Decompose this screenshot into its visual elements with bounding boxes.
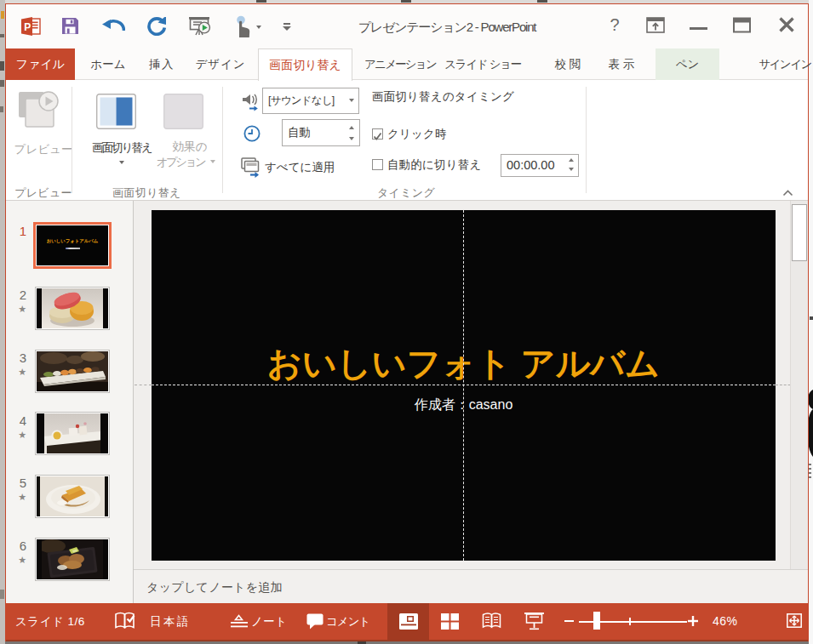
slide-number: 3 bbox=[9, 350, 26, 365]
background-text-fragment bbox=[0, 590, 4, 599]
effect-options-icon bbox=[163, 94, 203, 129]
transition-gallery-label[interactable]: 画面切り替え bbox=[79, 140, 164, 156]
auto-after-time-spinner[interactable]: 00:00.00 bbox=[501, 154, 579, 177]
duration-spinner[interactable]: 自動 bbox=[282, 119, 360, 146]
transition-group-label: 画面切り替え bbox=[98, 185, 196, 201]
zoom-slider-center-tick bbox=[629, 618, 631, 625]
slide-thumbnail-3[interactable] bbox=[35, 350, 110, 393]
tab-animations[interactable]: アニメーション bbox=[358, 48, 443, 79]
zoom-out-button[interactable] bbox=[564, 620, 574, 622]
zoom-slider-thumb[interactable] bbox=[593, 612, 600, 630]
signin-link[interactable]: サインイン bbox=[752, 48, 813, 79]
zoom-in-button[interactable] bbox=[688, 616, 698, 626]
background-text-fragment bbox=[0, 106, 3, 112]
reading-view-button[interactable] bbox=[471, 603, 512, 640]
normal-view-button[interactable] bbox=[387, 603, 429, 640]
notes-button[interactable]: ノート bbox=[251, 603, 288, 640]
tab-transitions[interactable]: 画面切り替え bbox=[258, 48, 352, 81]
sound-select[interactable]: [サウンドなし] bbox=[262, 88, 359, 114]
background-text-fragment bbox=[401, 0, 411, 3]
slide-number: 6 bbox=[9, 539, 26, 553]
spellcheck-icon[interactable] bbox=[114, 612, 137, 631]
effect-options-dropdown-arrow[interactable] bbox=[210, 160, 215, 163]
tab-file[interactable]: ファイル bbox=[6, 48, 75, 80]
screen: P bbox=[0, 0, 813, 644]
background-text-fragment bbox=[0, 34, 4, 37]
tab-home[interactable]: ホーム bbox=[83, 48, 134, 79]
duration-clock-icon bbox=[243, 125, 261, 142]
comments-icon[interactable] bbox=[306, 613, 324, 630]
preview-button-label[interactable]: プレビュー bbox=[9, 142, 78, 157]
effect-options-label-line2[interactable]: オプション bbox=[146, 155, 215, 170]
on-click-checkbox[interactable] bbox=[372, 128, 383, 140]
language-indicator[interactable]: 日本語 bbox=[150, 603, 191, 640]
fit-to-window-button[interactable] bbox=[787, 613, 802, 628]
tab-design[interactable]: デザイン bbox=[191, 48, 250, 79]
tab-view[interactable]: 表示 bbox=[596, 48, 647, 79]
comments-button[interactable]: コメント bbox=[326, 603, 369, 640]
tab-insert[interactable]: 挿入 bbox=[136, 48, 187, 79]
ribbon-display-options-button[interactable] bbox=[646, 17, 665, 33]
help-button[interactable]: ? bbox=[605, 15, 624, 35]
transition-star-indicator: ★ bbox=[9, 367, 26, 378]
slide-sorter-view-button[interactable] bbox=[429, 603, 471, 640]
on-click-label[interactable]: クリック時 bbox=[387, 127, 447, 142]
slide-thumbnail-5[interactable] bbox=[35, 475, 110, 518]
status-bar: スライド 1/6 日本語 ノート コメント bbox=[6, 603, 808, 641]
background-glyph bbox=[809, 0, 813, 644]
effect-options-label-line1[interactable]: 効果の bbox=[156, 140, 224, 155]
slide-thumbnail-6[interactable] bbox=[35, 538, 110, 581]
work-area: 1 おいしいフォトアルバム 2 ★ bbox=[6, 201, 808, 603]
ribbon-tab-bar: ファイル ホーム 挿入 デザイン 画面切り替え アニメーション スライド ショー… bbox=[6, 48, 808, 80]
notes-placeholder[interactable]: タップしてノートを追加 bbox=[146, 580, 283, 596]
auto-after-label[interactable]: 自動的に切り替え bbox=[387, 157, 482, 173]
slide-editor: おいしいフォト アルバム 作成者：casano bbox=[134, 201, 790, 603]
background-text-fragment bbox=[256, 0, 266, 3]
preview-group-label: プレビュー bbox=[9, 185, 78, 201]
background-app-icon bbox=[1, 11, 4, 19]
slide-indicator[interactable]: スライド 1/6 bbox=[15, 603, 85, 640]
title-bar: P bbox=[6, 4, 808, 48]
slide-thumbnail-4[interactable] bbox=[35, 412, 110, 455]
thumb-title-text: おいしいフォトアルバム bbox=[37, 238, 108, 244]
group-separator bbox=[72, 87, 72, 193]
slideshow-view-button[interactable] bbox=[512, 603, 554, 640]
minimize-button[interactable] bbox=[690, 27, 707, 30]
apply-to-all-icon[interactable] bbox=[241, 157, 262, 178]
tab-review[interactable]: 校閲 bbox=[542, 48, 593, 79]
preview-button-icon[interactable] bbox=[18, 91, 59, 130]
slide-thumbnail-panel: 1 おいしいフォトアルバム 2 ★ bbox=[6, 201, 134, 603]
apply-to-all-label[interactable]: すべてに適用 bbox=[265, 160, 341, 175]
slide-thumbnail-1[interactable]: おいしいフォトアルバム bbox=[33, 222, 112, 269]
transition-gallery-icon[interactable] bbox=[96, 94, 136, 129]
background-text-fragment bbox=[0, 61, 4, 71]
notes-icon[interactable] bbox=[230, 614, 249, 629]
sound-icon bbox=[242, 93, 261, 111]
slide-number: 4 bbox=[9, 413, 26, 428]
slide-thumbnail-2[interactable] bbox=[35, 287, 110, 330]
transition-star-indicator: ★ bbox=[9, 492, 26, 503]
transition-star-indicator: ★ bbox=[9, 430, 26, 441]
zoom-level[interactable]: 46% bbox=[713, 603, 738, 640]
slide-number: 5 bbox=[9, 476, 26, 490]
ribbon: プレビュー プレビュー 画面切り替え 効果の オプション 画面切り替え bbox=[6, 80, 808, 201]
scrollbar-thumb[interactable] bbox=[792, 204, 807, 261]
notes-pane[interactable]: タップしてノートを追加 bbox=[134, 569, 808, 603]
tab-slideshow[interactable]: スライド ショー bbox=[440, 48, 525, 79]
background-text-fragment bbox=[0, 80, 4, 87]
group-separator bbox=[222, 87, 223, 193]
close-button[interactable] bbox=[778, 16, 795, 33]
background-window-right-sliver bbox=[809, 0, 813, 644]
thumb-subtitle-smudge bbox=[66, 248, 80, 249]
auto-after-checkbox[interactable] bbox=[372, 159, 383, 170]
vertical-scrollbar[interactable] bbox=[790, 201, 808, 603]
timing-header-label: 画面切り替えのタイミング bbox=[372, 89, 514, 105]
tab-pen[interactable]: ペン bbox=[656, 48, 719, 80]
guide-horizontal[interactable] bbox=[135, 385, 152, 385]
maximize-button[interactable] bbox=[733, 17, 751, 33]
transition-gallery-dropdown-arrow[interactable] bbox=[119, 161, 124, 164]
guide-vertical[interactable] bbox=[463, 210, 464, 561]
background-text-fragment bbox=[537, 0, 547, 3]
collapse-ribbon-button[interactable] bbox=[782, 189, 793, 197]
slide-number: 2 bbox=[9, 288, 26, 302]
